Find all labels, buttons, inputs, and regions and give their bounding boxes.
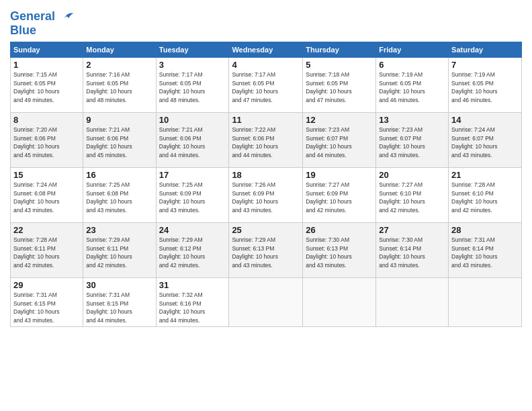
- weekday-header-cell: Wednesday: [229, 42, 303, 58]
- calendar-day-cell: 6 Sunrise: 7:19 AMSunset: 6:05 PMDayligh…: [376, 58, 449, 113]
- calendar-week-row: 8 Sunrise: 7:20 AMSunset: 6:06 PMDayligh…: [11, 113, 522, 168]
- day-number: 12: [306, 115, 373, 125]
- day-info: Sunrise: 7:24 AMSunset: 6:08 PMDaylight:…: [13, 181, 60, 213]
- day-info: Sunrise: 7:23 AMSunset: 6:07 PMDaylight:…: [306, 126, 352, 158]
- day-info: Sunrise: 7:32 AMSunset: 6:16 PMDaylight:…: [159, 291, 206, 323]
- day-number: 31: [159, 280, 226, 290]
- calendar-day-cell: 1 Sunrise: 7:15 AMSunset: 6:05 PMDayligh…: [11, 58, 83, 113]
- day-number: 23: [86, 225, 152, 235]
- calendar-day-cell: 23 Sunrise: 7:29 AMSunset: 6:11 PMDaylig…: [83, 223, 156, 278]
- day-number: 15: [13, 170, 80, 180]
- day-number: 28: [451, 225, 519, 235]
- day-number: 1: [13, 60, 80, 70]
- calendar-day-cell: 15 Sunrise: 7:24 AMSunset: 6:08 PMDaylig…: [11, 168, 83, 223]
- day-info: Sunrise: 7:31 AMSunset: 6:15 PMDaylight:…: [86, 291, 132, 323]
- day-number: 18: [232, 170, 300, 180]
- day-number: 22: [13, 225, 80, 235]
- day-info: Sunrise: 7:26 AMSunset: 6:09 PMDaylight:…: [232, 181, 278, 213]
- day-number: 26: [306, 225, 373, 235]
- day-number: 8: [13, 115, 80, 125]
- day-number: 13: [379, 115, 445, 125]
- calendar-day-cell: 3 Sunrise: 7:17 AMSunset: 6:05 PMDayligh…: [156, 58, 229, 113]
- calendar-body: 1 Sunrise: 7:15 AMSunset: 6:05 PMDayligh…: [11, 58, 522, 327]
- day-number: 5: [306, 60, 373, 70]
- calendar-day-cell: 20 Sunrise: 7:27 AMSunset: 6:10 PMDaylig…: [376, 168, 449, 223]
- day-info: Sunrise: 7:19 AMSunset: 6:05 PMDaylight:…: [379, 71, 425, 103]
- calendar-day-cell: 29 Sunrise: 7:31 AMSunset: 6:15 PMDaylig…: [11, 278, 83, 327]
- day-info: Sunrise: 7:30 AMSunset: 6:14 PMDaylight:…: [379, 236, 425, 268]
- day-number: 27: [379, 225, 445, 235]
- weekday-header-cell: Friday: [376, 42, 449, 58]
- day-number: 19: [306, 170, 373, 180]
- calendar-day-cell: 24 Sunrise: 7:29 AMSunset: 6:12 PMDaylig…: [156, 223, 229, 278]
- calendar-day-cell: 16 Sunrise: 7:25 AMSunset: 6:08 PMDaylig…: [83, 168, 156, 223]
- day-number: 25: [232, 225, 300, 235]
- calendar-week-row: 15 Sunrise: 7:24 AMSunset: 6:08 PMDaylig…: [11, 168, 522, 223]
- day-number: 2: [86, 60, 152, 70]
- day-number: 30: [86, 280, 152, 290]
- calendar-table: SundayMondayTuesdayWednesdayThursdayFrid…: [10, 42, 522, 327]
- day-info: Sunrise: 7:25 AMSunset: 6:08 PMDaylight:…: [86, 181, 132, 213]
- day-info: Sunrise: 7:29 AMSunset: 6:11 PMDaylight:…: [86, 236, 132, 268]
- weekday-header-cell: Tuesday: [156, 42, 229, 58]
- calendar-day-cell: 27 Sunrise: 7:30 AMSunset: 6:14 PMDaylig…: [376, 223, 449, 278]
- calendar-day-cell: [376, 278, 449, 327]
- calendar-day-cell: 10 Sunrise: 7:21 AMSunset: 6:06 PMDaylig…: [156, 113, 229, 168]
- calendar-day-cell: 19 Sunrise: 7:27 AMSunset: 6:09 PMDaylig…: [303, 168, 376, 223]
- weekday-header-cell: Sunday: [11, 42, 83, 58]
- logo-bird-icon: [60, 9, 75, 24]
- logo-general: General: [10, 9, 55, 23]
- day-number: 21: [451, 170, 519, 180]
- day-info: Sunrise: 7:17 AMSunset: 6:05 PMDaylight:…: [159, 71, 206, 103]
- calendar-day-cell: 11 Sunrise: 7:22 AMSunset: 6:06 PMDaylig…: [229, 113, 303, 168]
- day-info: Sunrise: 7:28 AMSunset: 6:11 PMDaylight:…: [13, 236, 60, 268]
- day-info: Sunrise: 7:24 AMSunset: 6:07 PMDaylight:…: [451, 126, 498, 158]
- calendar-day-cell: 4 Sunrise: 7:17 AMSunset: 6:05 PMDayligh…: [229, 58, 303, 113]
- day-info: Sunrise: 7:21 AMSunset: 6:06 PMDaylight:…: [159, 126, 206, 158]
- day-number: 3: [159, 60, 226, 70]
- day-info: Sunrise: 7:18 AMSunset: 6:05 PMDaylight:…: [306, 71, 352, 103]
- day-number: 11: [232, 115, 300, 125]
- calendar-day-cell: [229, 278, 303, 327]
- weekday-header-row: SundayMondayTuesdayWednesdayThursdayFrid…: [11, 42, 522, 58]
- calendar-day-cell: 17 Sunrise: 7:25 AMSunset: 6:09 PMDaylig…: [156, 168, 229, 223]
- calendar-day-cell: 18 Sunrise: 7:26 AMSunset: 6:09 PMDaylig…: [229, 168, 303, 223]
- calendar-day-cell: 25 Sunrise: 7:29 AMSunset: 6:13 PMDaylig…: [229, 223, 303, 278]
- day-info: Sunrise: 7:15 AMSunset: 6:05 PMDaylight:…: [13, 71, 60, 103]
- day-info: Sunrise: 7:23 AMSunset: 6:07 PMDaylight:…: [379, 126, 425, 158]
- day-number: 24: [159, 225, 226, 235]
- day-info: Sunrise: 7:21 AMSunset: 6:06 PMDaylight:…: [86, 126, 132, 158]
- weekday-header-cell: Saturday: [449, 42, 522, 58]
- calendar-day-cell: 28 Sunrise: 7:31 AMSunset: 6:14 PMDaylig…: [449, 223, 522, 278]
- logo: General Blue: [10, 9, 75, 36]
- calendar-day-cell: 31 Sunrise: 7:32 AMSunset: 6:16 PMDaylig…: [156, 278, 229, 327]
- day-info: Sunrise: 7:29 AMSunset: 6:13 PMDaylight:…: [232, 236, 278, 268]
- calendar-day-cell: 5 Sunrise: 7:18 AMSunset: 6:05 PMDayligh…: [303, 58, 376, 113]
- day-number: 14: [451, 115, 519, 125]
- calendar-day-cell: 12 Sunrise: 7:23 AMSunset: 6:07 PMDaylig…: [303, 113, 376, 168]
- calendar-week-row: 22 Sunrise: 7:28 AMSunset: 6:11 PMDaylig…: [11, 223, 522, 278]
- day-info: Sunrise: 7:30 AMSunset: 6:13 PMDaylight:…: [306, 236, 352, 268]
- calendar-day-cell: 21 Sunrise: 7:28 AMSunset: 6:10 PMDaylig…: [449, 168, 522, 223]
- day-info: Sunrise: 7:27 AMSunset: 6:09 PMDaylight:…: [306, 181, 352, 213]
- calendar-day-cell: 8 Sunrise: 7:20 AMSunset: 6:06 PMDayligh…: [11, 113, 83, 168]
- logo-blue: Blue: [10, 24, 75, 36]
- day-number: 20: [379, 170, 445, 180]
- calendar-week-row: 1 Sunrise: 7:15 AMSunset: 6:05 PMDayligh…: [11, 58, 522, 113]
- day-info: Sunrise: 7:16 AMSunset: 6:05 PMDaylight:…: [86, 71, 132, 103]
- calendar-day-cell: [449, 278, 522, 327]
- calendar-container: General Blue SundayMondayTuesdayWednesda…: [0, 0, 532, 330]
- day-info: Sunrise: 7:17 AMSunset: 6:05 PMDaylight:…: [232, 71, 278, 103]
- calendar-day-cell: 26 Sunrise: 7:30 AMSunset: 6:13 PMDaylig…: [303, 223, 376, 278]
- calendar-week-row: 29 Sunrise: 7:31 AMSunset: 6:15 PMDaylig…: [11, 278, 522, 327]
- day-number: 10: [159, 115, 226, 125]
- day-info: Sunrise: 7:29 AMSunset: 6:12 PMDaylight:…: [159, 236, 206, 268]
- calendar-day-cell: 30 Sunrise: 7:31 AMSunset: 6:15 PMDaylig…: [83, 278, 156, 327]
- calendar-day-cell: 22 Sunrise: 7:28 AMSunset: 6:11 PMDaylig…: [11, 223, 83, 278]
- calendar-day-cell: 14 Sunrise: 7:24 AMSunset: 6:07 PMDaylig…: [449, 113, 522, 168]
- day-info: Sunrise: 7:31 AMSunset: 6:14 PMDaylight:…: [451, 236, 498, 268]
- calendar-day-cell: 2 Sunrise: 7:16 AMSunset: 6:05 PMDayligh…: [83, 58, 156, 113]
- day-info: Sunrise: 7:27 AMSunset: 6:10 PMDaylight:…: [379, 181, 425, 213]
- calendar-day-cell: 13 Sunrise: 7:23 AMSunset: 6:07 PMDaylig…: [376, 113, 449, 168]
- day-number: 29: [13, 280, 80, 290]
